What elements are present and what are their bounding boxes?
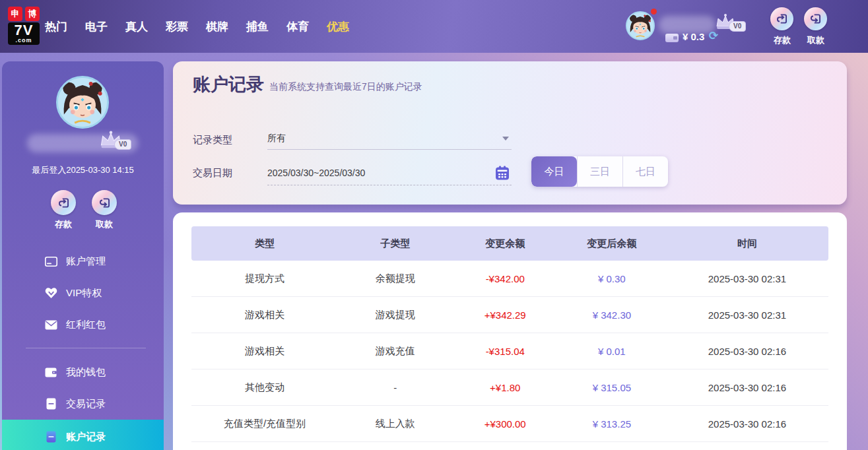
sidebar-withdraw-label[interactable]: 取款	[90, 218, 119, 230]
sidebar-item-top-1[interactable]: VIP特权	[2, 277, 164, 309]
cell-time: 2025-03-30 02:31	[666, 309, 828, 321]
nav-item-7[interactable]: 优惠	[327, 19, 349, 34]
sidebar-menu-bottom: 我的钱包交易记录账户记录	[2, 356, 164, 450]
table-row: 充值类型/充值型别线上入款+¥300.00¥ 313.252025-03-30 …	[191, 406, 828, 442]
column-header-4: 时间	[666, 238, 828, 250]
record-type-select[interactable]: 所有	[267, 127, 512, 150]
last-login-text: 最后登入2025-03-30 14:15	[2, 164, 164, 176]
sidebar: V0 最后登入2025-03-30 14:15 存款 取款 账户管理VIP特权红…	[2, 61, 164, 450]
wallet-icon	[665, 34, 679, 42]
sidebar-item-label: 账户管理	[66, 255, 106, 268]
cell-balance-after: ¥ 313.25	[558, 418, 666, 430]
cell-change-amount: +¥342.29	[453, 309, 558, 321]
record-type-value: 所有	[267, 133, 502, 145]
avatar-image	[627, 13, 653, 39]
document-icon	[44, 430, 57, 443]
table-row: 游戏相关游戏提现+¥342.29¥ 342.302025-03-30 02:31	[191, 297, 828, 333]
column-header-0: 类型	[191, 238, 338, 250]
sidebar-vip-level-badge: V0	[114, 139, 131, 150]
date-range-input[interactable]: 2025/03/30~2025/03/30	[267, 160, 512, 185]
withdraw-label[interactable]: 取款	[801, 34, 830, 46]
logo-sub-text: .com	[8, 38, 40, 44]
top-navbar: 申 博 7V .com 热门电子真人彩票棋牌捕鱼体育优惠	[0, 0, 868, 53]
sidebar-item-top-2[interactable]: 红利红包	[2, 309, 164, 340]
sidebar-menu-top: 账户管理VIP特权红利红包	[2, 245, 164, 340]
cell-time: 2025-03-30 02:16	[666, 346, 828, 357]
main-nav-menu: 热门电子真人彩票棋牌捕鱼体育优惠	[45, 0, 349, 53]
nav-item-2[interactable]: 真人	[125, 19, 148, 34]
cell-subtype: -	[338, 382, 453, 393]
envelope-icon	[44, 318, 57, 331]
cell-type: 其他变动	[191, 381, 338, 394]
table-header-row: 类型子类型变更余额变更后余额时间	[191, 226, 828, 261]
cell-subtype: 余额提现	[338, 273, 453, 285]
site-logo[interactable]: 申 博 7V .com	[8, 7, 42, 45]
logo-char-1: 申	[8, 7, 22, 21]
date-range-label: 交易日期	[193, 167, 232, 179]
column-header-2: 变更余额	[453, 238, 558, 250]
sidebar-item-label: 我的钱包	[66, 366, 106, 379]
nav-item-0[interactable]: 热门	[45, 19, 67, 34]
sidebar-item-bottom-0[interactable]: 我的钱包	[2, 356, 164, 388]
nav-item-4[interactable]: 棋牌	[206, 19, 228, 34]
sidebar-item-label: 交易记录	[66, 398, 106, 410]
cell-time: 2025-03-30 02:16	[666, 418, 828, 430]
sidebar-deposit-label[interactable]: 存款	[49, 218, 78, 230]
logo-main-text: 7V	[8, 23, 40, 38]
table-body: 提现方式余额提现-¥342.00¥ 0.302025-03-30 02:31游戏…	[191, 261, 828, 442]
nav-item-5[interactable]: 捕鱼	[246, 19, 269, 34]
vip-level-badge: V0	[729, 21, 746, 32]
range-button-0[interactable]: 今日	[531, 156, 577, 187]
cell-type: 游戏相关	[191, 309, 338, 321]
cell-change-amount: +¥300.00	[453, 418, 558, 430]
page-subtitle: 当前系统支持查询最近7日的账户记录	[269, 81, 422, 96]
sidebar-user-avatar[interactable]	[56, 76, 109, 129]
cell-change-amount: -¥342.00	[453, 273, 558, 284]
refresh-balance-icon[interactable]: ⟳	[709, 29, 718, 43]
cell-time: 2025-03-30 02:16	[666, 382, 828, 393]
logo-char-2: 博	[25, 7, 40, 21]
cell-balance-after: ¥ 342.30	[558, 309, 666, 321]
column-header-1: 子类型	[338, 238, 453, 250]
nav-item-6[interactable]: 体育	[286, 19, 309, 34]
chevron-down-icon	[502, 137, 509, 141]
cell-balance-after: ¥ 315.05	[558, 382, 666, 393]
cell-type: 游戏相关	[191, 345, 338, 358]
sidebar-item-bottom-1[interactable]: 交易记录	[2, 388, 164, 420]
sidebar-deposit-button[interactable]	[51, 190, 76, 215]
sidebar-item-top-0[interactable]: 账户管理	[2, 245, 164, 277]
nav-item-1[interactable]: 电子	[85, 19, 108, 34]
deposit-button[interactable]	[770, 7, 793, 30]
cell-type: 充值类型/充值型别	[191, 418, 338, 430]
table-row: 游戏相关游戏充值-¥315.04¥ 0.012025-03-30 02:16	[191, 333, 828, 370]
sidebar-withdraw-button[interactable]	[92, 190, 117, 215]
calendar-icon[interactable]	[494, 165, 510, 181]
avatar-image	[58, 78, 107, 127]
range-button-1[interactable]: 三日	[577, 156, 622, 187]
withdraw-button[interactable]	[804, 7, 827, 30]
sidebar-item-label: VIP特权	[66, 287, 102, 300]
notification-dot	[651, 9, 657, 15]
sidebar-divider	[26, 348, 146, 348]
document-icon	[44, 397, 57, 410]
nav-item-3[interactable]: 彩票	[166, 19, 188, 34]
balance-amount: ¥ 0.3	[683, 31, 704, 42]
logo-box: 7V .com	[8, 22, 40, 45]
records-table: 类型子类型变更余额变更后余额时间 提现方式余额提现-¥342.00¥ 0.302…	[191, 226, 828, 442]
table-row: 其他变动-+¥1.80¥ 315.052025-03-30 02:16	[191, 370, 828, 406]
cell-subtype: 游戏提现	[338, 309, 453, 321]
table-row: 提现方式余额提现-¥342.00¥ 0.302025-03-30 02:31	[191, 261, 828, 297]
account-records-header-panel: 账户记录 当前系统支持查询最近7日的账户记录 记录类型 所有 交易日期 2025…	[173, 61, 847, 205]
cell-type: 提现方式	[191, 273, 338, 285]
range-button-2[interactable]: 七日	[622, 156, 668, 187]
cell-change-amount: -¥315.04	[453, 346, 558, 357]
wallet-icon	[44, 366, 57, 379]
user-avatar[interactable]	[626, 11, 655, 40]
sidebar-item-label: 账户记录	[66, 431, 106, 443]
sidebar-item-bottom-2-active[interactable]: 账户记录	[2, 420, 164, 450]
withdraw-icon	[98, 196, 112, 210]
deposit-icon	[775, 12, 789, 26]
deposit-label[interactable]: 存款	[768, 34, 797, 46]
page-title: 账户记录	[193, 73, 264, 96]
cell-change-amount: +¥1.80	[453, 382, 558, 393]
